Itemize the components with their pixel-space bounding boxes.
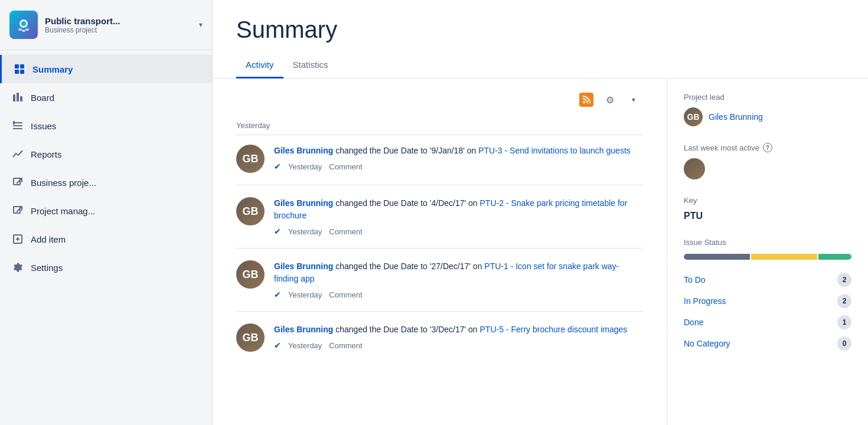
sidebar-item-business[interactable]: Business proje... <box>0 168 212 197</box>
status-count-done: 1 <box>837 315 851 329</box>
activity-content-3: Giles Brunning changed the Due Date to '… <box>274 260 643 299</box>
issue-status-label: Issue Status <box>684 238 851 247</box>
svg-line-19 <box>17 207 22 212</box>
sidebar-item-settings[interactable]: Settings <box>0 253 212 282</box>
sidebar-item-board[interactable]: Board <box>0 83 212 112</box>
status-row-inprogress: In Progress 2 <box>684 290 851 312</box>
project-lead-row: GB Giles Brunning <box>684 107 851 126</box>
external-link-icon-2 <box>12 205 24 217</box>
svg-point-1 <box>21 21 26 26</box>
add-item-icon <box>12 233 24 245</box>
help-icon[interactable]: ? <box>763 143 772 152</box>
external-link-icon-1 <box>12 176 24 188</box>
activity-toolbar: ⚙ ▾ <box>236 90 643 109</box>
project-info: Public transport... Business project <box>45 16 192 34</box>
avatar-1: GB <box>236 145 265 173</box>
project-name: Public transport... <box>45 16 192 26</box>
key-section: Key PTU <box>684 196 851 221</box>
sidebar-label-add-item: Add item <box>31 234 66 244</box>
date-separator: Yesterday <box>236 116 643 135</box>
svg-rect-5 <box>15 64 19 68</box>
dropdown-icon[interactable]: ▾ <box>199 21 203 29</box>
gear-icon: ⚙ <box>606 94 614 106</box>
activity-content-4: Giles Brunning changed the Due Date to '… <box>274 323 643 352</box>
status-name-inprogress[interactable]: In Progress <box>684 296 726 306</box>
sidebar-item-project-manage[interactable]: Project manag... <box>0 197 212 225</box>
svg-rect-13 <box>13 125 22 126</box>
main-content: Summary Activity Statistics <box>213 0 868 425</box>
content-body: ⚙ ▾ Yesterday GB Giles Brunning changed … <box>213 79 868 425</box>
project-lead-label: Project lead <box>684 93 851 102</box>
activity-comment-2[interactable]: Comment <box>329 227 362 236</box>
activity-comment-4[interactable]: Comment <box>329 341 362 350</box>
activity-section: ⚙ ▾ Yesterday GB Giles Brunning changed … <box>213 79 667 425</box>
author-link-1[interactable]: Giles Brunning <box>274 146 333 155</box>
gear-button[interactable]: ⚙ <box>601 90 619 109</box>
tab-activity[interactable]: Activity <box>236 53 283 79</box>
svg-point-23 <box>583 101 585 103</box>
activity-content-2: Giles Brunning changed the Due Date to '… <box>274 197 643 236</box>
svg-point-3 <box>25 28 29 31</box>
status-count-nocategory: 0 <box>837 336 851 351</box>
check-icon-3: ✔ <box>274 290 281 299</box>
lead-name[interactable]: Giles Brunning <box>709 112 763 122</box>
rss-button[interactable] <box>577 90 596 109</box>
key-value: PTU <box>684 211 851 221</box>
chevron-down-icon: ▾ <box>632 96 635 104</box>
sidebar-nav: Summary Board Iss <box>0 50 212 425</box>
sidebar-label-settings: Settings <box>31 263 63 273</box>
key-label: Key <box>684 196 851 205</box>
rss-icon <box>579 93 593 107</box>
right-sidebar: Project lead GB Giles Brunning Last week… <box>667 79 868 425</box>
tab-statistics[interactable]: Statistics <box>283 53 338 79</box>
activity-item: GB Giles Brunning changed the Due Date t… <box>236 145 643 185</box>
activity-time-2: Yesterday <box>288 227 322 236</box>
project-icon <box>9 11 38 39</box>
sidebar-item-reports[interactable]: Reports <box>0 140 212 168</box>
lead-avatar: GB <box>684 107 703 126</box>
activity-comment-3[interactable]: Comment <box>329 290 362 299</box>
sidebar-label-board: Board <box>31 93 54 103</box>
status-name-done[interactable]: Done <box>684 318 703 327</box>
svg-rect-11 <box>20 96 22 102</box>
status-name-nocategory[interactable]: No Category <box>684 339 730 348</box>
sidebar-label-reports: Reports <box>31 149 62 159</box>
activity-time-4: Yesterday <box>288 341 322 350</box>
author-link-2[interactable]: Giles Brunning <box>274 198 333 208</box>
sidebar-item-add-item[interactable]: Add item <box>0 225 212 253</box>
svg-rect-14 <box>13 128 22 129</box>
author-link-4[interactable]: Giles Brunning <box>274 325 333 334</box>
sidebar-item-summary[interactable]: Summary <box>0 55 212 83</box>
project-type: Business project <box>45 26 192 34</box>
activity-time-3: Yesterday <box>288 290 322 299</box>
reports-icon <box>12 148 24 160</box>
dropdown-button[interactable]: ▾ <box>624 90 643 109</box>
status-bar-inprogress <box>751 254 817 260</box>
issue-link-1[interactable]: PTU-3 - Send invitations to launch guest… <box>478 146 631 155</box>
main-header: Summary Activity Statistics <box>213 0 868 79</box>
most-active-avatar <box>684 158 705 179</box>
author-link-3[interactable]: Giles Brunning <box>274 261 333 271</box>
status-row-todo: To Do 2 <box>684 269 851 290</box>
activity-meta-3: ✔ Yesterday Comment <box>274 290 643 299</box>
activity-meta-1: ✔ Yesterday Comment <box>274 162 643 171</box>
check-icon-1: ✔ <box>274 162 281 171</box>
status-row-done: Done 1 <box>684 312 851 333</box>
issue-link-4[interactable]: PTU-5 - Ferry brochure discount images <box>480 325 628 334</box>
svg-rect-8 <box>20 70 24 74</box>
status-name-todo[interactable]: To Do <box>684 275 706 285</box>
avatar-3: GB <box>236 260 265 289</box>
activity-text-3: Giles Brunning changed the Due Date to '… <box>274 260 643 285</box>
activity-comment-1[interactable]: Comment <box>329 162 362 171</box>
sidebar-item-issues[interactable]: Issues <box>0 112 212 140</box>
activity-content-1: Giles Brunning changed the Due Date to '… <box>274 145 643 173</box>
check-icon-2: ✔ <box>274 227 281 236</box>
svg-line-17 <box>17 178 22 184</box>
issue-status-section: Issue Status To Do 2 In Progress 2 Done … <box>684 238 851 354</box>
status-bar <box>684 254 851 260</box>
settings-icon <box>12 261 24 273</box>
activity-item: GB Giles Brunning changed the Due Date t… <box>236 323 643 364</box>
activity-text-4: Giles Brunning changed the Due Date to '… <box>274 323 643 336</box>
svg-rect-10 <box>17 93 19 102</box>
issues-icon <box>12 120 24 132</box>
